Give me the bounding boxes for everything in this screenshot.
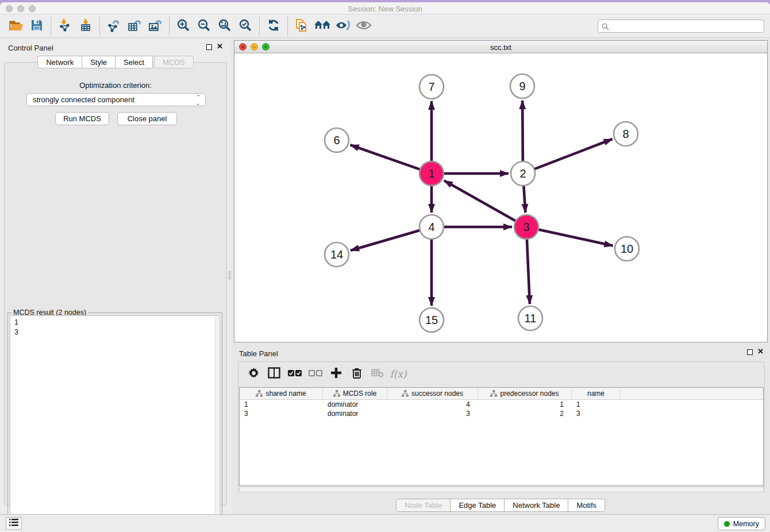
table-horizontal-scrollbar[interactable] [239,487,764,492]
column-header-successor-nodes[interactable]: successor nodes [387,388,478,399]
close-panel-button[interactable]: Close panel [117,112,177,125]
zoom-fit-icon [218,18,232,34]
task-history-button[interactable] [6,517,22,530]
hierarchy-icon [333,390,340,397]
export-table-button[interactable] [124,17,145,36]
table-cell: 3 [572,409,621,418]
toolbar-separator [51,17,51,36]
tab-style[interactable]: Style [82,56,115,68]
edge-2-9[interactable] [522,101,523,163]
duplicate-network-button[interactable] [291,17,312,36]
export-network-button[interactable] [103,17,124,36]
control-panel-header: Control Panel ✕ [0,38,231,56]
edge-3-10[interactable] [537,229,613,246]
node-3[interactable]: 3 [514,215,538,239]
edge-1-6[interactable] [351,145,421,169]
network-graph[interactable]: 7968124314101511 [234,53,767,342]
network-frame-titlebar[interactable]: ✕ − + scc.txt [234,41,767,53]
table-toolbar: f(x) [238,362,764,386]
svg-text:2: 2 [519,167,526,180]
hide-labels-button[interactable] [333,17,353,36]
function-builder-button[interactable]: f(x) [389,365,407,383]
table-row[interactable]: 3dominator323 [240,409,763,418]
edge-3-11[interactable] [527,238,530,304]
run-mcds-button[interactable]: Run MCDS [55,112,109,125]
select-all-button[interactable] [286,365,304,383]
table-settings-button[interactable] [244,365,263,383]
tab-select[interactable]: Select [115,56,153,68]
show-graphics-details-button[interactable] [353,17,374,36]
refresh-view-button[interactable] [263,17,284,36]
svg-text:11: 11 [525,312,537,325]
criterion-dropdown[interactable]: strongly connected component ⌃⌃ [26,93,206,106]
mcds-result-textarea[interactable]: 13 [10,315,220,522]
node-2[interactable]: 2 [511,161,535,186]
node-4[interactable]: 4 [419,215,444,239]
add-column-button[interactable] [327,365,345,383]
delete-column-button[interactable] [348,365,366,383]
table-cell: 3 [240,409,323,418]
table-row[interactable]: 1dominator411 [240,400,763,409]
edge-3-1[interactable] [444,180,517,221]
chevron-up-down-icon: ⌃⌃ [196,94,201,106]
toolbar-separator [287,17,288,36]
hierarchy-icon [490,390,497,397]
zoom-in-button[interactable] [173,17,194,36]
table-type-tabs: Node Table Edge Table Network Table Moti… [231,499,770,512]
node-7[interactable]: 7 [419,75,444,99]
network-canvas[interactable]: 7968124314101511 [234,53,767,342]
node-14[interactable]: 14 [325,242,349,267]
import-table-button[interactable] [75,17,96,36]
node-1[interactable]: 1 [419,161,444,186]
node-15[interactable]: 15 [419,308,444,332]
edge-2-3[interactable] [523,184,525,213]
tab-edge-table[interactable]: Edge Table [450,499,504,512]
edge-4-14[interactable] [351,230,421,250]
tab-network[interactable]: Network [37,56,82,68]
column-selector-button[interactable] [265,365,283,383]
table-rows: 1dominator4113dominator323 [240,400,763,418]
delete-table-button[interactable] [368,365,387,383]
tab-node-table[interactable]: Node Table [396,499,451,512]
table-cell: 3 [387,409,478,418]
search-input[interactable] [598,20,764,33]
zoom-selected-button[interactable] [235,17,256,36]
search-field-wrap [598,20,764,33]
edge-2-8[interactable] [533,139,613,169]
column-label: MCDS role [343,390,377,398]
memory-button[interactable]: Memory [718,517,765,530]
save-session-button[interactable] [26,17,47,36]
label-eye-icon [335,19,351,34]
column-header-predecessor-nodes[interactable]: predecessor nodes [478,388,572,399]
zoom-out-button[interactable] [194,17,214,36]
node-9[interactable]: 9 [510,74,534,98]
home-layout-button[interactable] [312,17,333,36]
eye-icon [356,20,372,33]
mcds-panel: Optimization criterion: strongly connect… [4,62,227,506]
svg-text:6: 6 [333,134,340,147]
node-10[interactable]: 10 [615,237,639,261]
node-table[interactable]: shared name MCDS role successor nodes [239,387,764,486]
close-table-panel-icon[interactable]: ✕ [757,347,764,356]
main-area: ✕ − + scc.txt 7968124314101511 Table Pan… [231,38,770,514]
tab-network-table[interactable]: Network Table [504,499,568,512]
tab-mcds[interactable]: MCDS [154,56,193,68]
tab-motifs[interactable]: Motifs [568,499,605,512]
node-11[interactable]: 11 [518,306,542,330]
control-panel: Control Panel ✕ Network Style Select MCD… [0,38,231,514]
column-header-name[interactable]: name [572,388,621,399]
column-header-mcds-role[interactable]: MCDS role [323,388,387,399]
import-network-button[interactable] [55,17,75,36]
close-panel-icon[interactable]: ✕ [217,42,223,51]
result-scrollbar[interactable] [215,317,219,522]
homes-icon [314,19,331,34]
float-panel-icon[interactable] [206,44,212,50]
node-6[interactable]: 6 [325,128,349,152]
float-table-panel-icon[interactable] [747,349,753,355]
zoom-fit-button[interactable] [214,17,235,36]
column-header-shared-name[interactable]: shared name [240,388,323,399]
deselect-all-button[interactable] [306,365,325,383]
export-image-button[interactable] [145,17,165,36]
node-8[interactable]: 8 [614,122,638,146]
open-session-button[interactable] [6,17,26,36]
